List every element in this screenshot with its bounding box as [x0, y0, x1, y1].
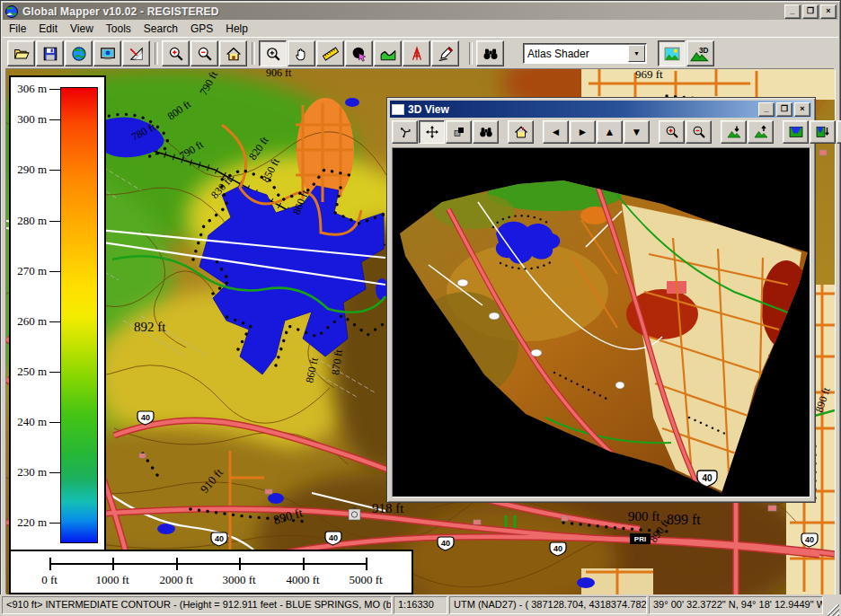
scale-label: 1000 ft — [85, 573, 139, 587]
water-toggle-button[interactable] — [783, 120, 809, 144]
online-data-button[interactable] — [65, 40, 93, 66]
zoom-in-icon — [168, 46, 184, 62]
open-file-button[interactable] — [7, 40, 35, 66]
shield-40: 40 — [805, 535, 814, 544]
menu-search[interactable]: Search — [137, 21, 184, 37]
path-profile-button[interactable] — [374, 40, 402, 66]
exaggeration-down-button[interactable] — [721, 120, 747, 144]
three-d-view-button[interactable]: 3D — [686, 40, 714, 66]
menu-tools[interactable]: Tools — [100, 21, 137, 37]
app-icon — [4, 4, 19, 19]
resize-grip[interactable] — [828, 604, 839, 616]
three-d-maximize-button[interactable]: ❐ — [776, 102, 792, 117]
status-bar: <910 ft> INTERMEDIATE CONTOUR - (Height … — [0, 594, 841, 616]
menu-edit[interactable]: Edit — [32, 21, 64, 37]
right-arrow-icon: ► — [578, 127, 589, 137]
monitor-icon — [100, 46, 116, 62]
step-down-button[interactable]: ▼ — [624, 120, 650, 144]
home-icon — [514, 125, 528, 139]
legend-tick-label: 240 m — [14, 415, 47, 429]
legend-tick-label: 290 m — [14, 163, 47, 177]
binoculars-icon — [479, 125, 493, 139]
feature-info-button[interactable] — [345, 40, 373, 66]
legend-tick-label: 250 m — [14, 365, 47, 379]
water-lower-button[interactable] — [810, 120, 836, 144]
minimize-button[interactable]: _ — [784, 4, 801, 19]
zoom-out-3d-button[interactable] — [686, 120, 712, 144]
zoom-in-3d-button[interactable] — [659, 120, 685, 144]
scale-label: 0 ft — [22, 573, 76, 587]
map-layout-button[interactable] — [122, 40, 150, 66]
scale-label: 2000 ft — [149, 573, 203, 587]
pen-icon — [438, 46, 454, 62]
texture-map-button[interactable] — [658, 40, 686, 66]
pan-3d-button[interactable] — [419, 120, 445, 144]
close-button[interactable]: × — [820, 4, 837, 19]
water-down-icon — [816, 125, 830, 139]
hand-icon — [294, 46, 310, 62]
maximize-button[interactable]: ❐ — [802, 4, 819, 19]
toolbar-separator — [252, 42, 255, 65]
up-arrow-icon: ▲ — [605, 127, 615, 137]
three-d-terrain: 40 — [393, 148, 810, 496]
menu-view[interactable]: View — [64, 21, 100, 37]
find-button[interactable] — [476, 40, 504, 66]
home-view-button[interactable] — [508, 120, 534, 144]
zoom-out-button[interactable] — [190, 40, 218, 66]
scale-label: 3000 ft — [212, 573, 266, 587]
display-options-button[interactable] — [93, 40, 121, 66]
svg-text:899 ft: 899 ft — [667, 512, 701, 527]
move-arrows-icon — [425, 125, 439, 139]
pan-tool-button[interactable] — [288, 40, 315, 66]
step-up-button[interactable]: ▲ — [597, 120, 623, 144]
measure-tool-button[interactable] — [316, 40, 344, 66]
rotate-tool-button[interactable] — [392, 120, 418, 144]
water-raise-button[interactable] — [837, 120, 841, 144]
hill-up-icon — [754, 125, 768, 139]
legend-tick-label: 306 m — [14, 82, 47, 96]
find-3d-button[interactable] — [473, 120, 499, 144]
three-d-icon: 3D — [690, 46, 712, 62]
menu-file[interactable]: File — [3, 21, 32, 37]
toolbar-separator — [469, 42, 473, 65]
three-d-title-bar[interactable]: 3D View _ ❐ × — [390, 101, 812, 118]
full-view-button[interactable] — [219, 40, 247, 66]
menu-gps[interactable]: GPS — [184, 21, 219, 37]
chevron-down-icon[interactable]: ▼ — [628, 45, 645, 62]
three-d-close-button[interactable]: × — [794, 102, 810, 117]
open-folder-icon — [13, 46, 30, 62]
zoom-in-button[interactable] — [162, 40, 190, 66]
hill-down-icon — [727, 125, 741, 139]
shader-select[interactable]: Atlas Shader ▼ — [523, 43, 647, 64]
svg-text:969 ft: 969 ft — [635, 69, 663, 81]
three-d-minimize-button[interactable]: _ — [758, 102, 775, 117]
status-lat-lon: 39° 00' 32.3722" N, 94° 18' 12.9449" W — [649, 596, 823, 614]
exaggeration-up-button[interactable] — [748, 120, 774, 144]
set-square-icon — [128, 46, 145, 62]
three-d-viewport[interactable]: 40 — [392, 147, 810, 497]
rotate-arrows-icon — [398, 125, 412, 139]
shield-40: 40 — [141, 413, 150, 422]
shield-40: 40 — [441, 539, 450, 548]
menu-help[interactable]: Help — [219, 21, 254, 37]
down-arrow-icon: ▼ — [632, 127, 642, 137]
offset-button[interactable] — [446, 120, 472, 144]
menu-bar: File Edit View Tools Search GPS Help — [3, 20, 838, 37]
step-right-button[interactable]: ► — [570, 120, 596, 144]
zoom-tool-button[interactable] — [259, 40, 287, 66]
zoom-in-icon — [665, 125, 679, 139]
save-workspace-button[interactable] — [36, 40, 64, 66]
svg-text:892 ft: 892 ft — [134, 320, 166, 334]
digitizer-pen-button[interactable] — [431, 40, 459, 66]
zoom-tool-icon — [265, 46, 281, 62]
window-title: Global Mapper v10.02 - REGISTERED — [22, 5, 783, 18]
status-projection-coords: UTM (NAD27) - ( 387128.704, 4318374.782 … — [449, 596, 647, 614]
pri-badge: PRI — [630, 533, 651, 544]
title-bar: Global Mapper v10.02 - REGISTERED _ ❐ × — [3, 3, 838, 20]
shield-40: 40 — [329, 533, 338, 542]
step-left-button[interactable]: ◄ — [543, 120, 569, 144]
view-shed-button[interactable] — [403, 40, 430, 66]
texture-map-icon — [663, 46, 681, 62]
zoom-out-icon — [692, 125, 706, 139]
squares-offset-icon — [452, 125, 466, 139]
